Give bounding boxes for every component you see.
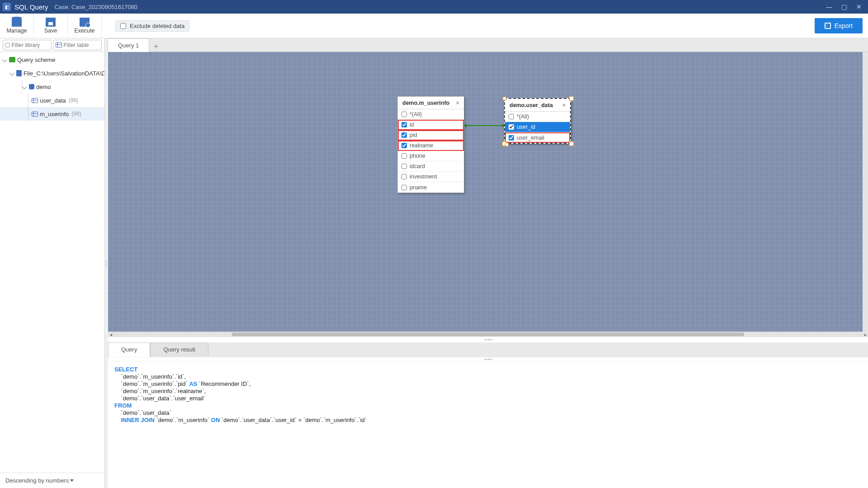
column-row[interactable]: idcard (398, 161, 464, 172)
column-row[interactable]: phone (398, 151, 464, 161)
tree-item-database[interactable]: demo (0, 80, 104, 94)
diagram-canvas-wrap: demo.m_userinfo × *(All)idpidrealnamepho… (108, 52, 868, 337)
tab-query-result[interactable]: Query result (150, 343, 208, 357)
minimize-icon[interactable]: — (826, 3, 832, 10)
sql-keyword: SELECT (114, 366, 137, 373)
case-label: Case: Case_202309051617080 (54, 4, 137, 10)
result-tabs: Query Query result (108, 343, 868, 357)
scrollbar-thumb[interactable] (232, 333, 744, 336)
scroll-right-icon[interactable]: ▸ (863, 332, 868, 337)
tab-query-1[interactable]: Query 1 (108, 38, 149, 52)
column-label: pid (410, 132, 417, 138)
sql-text: `demo`.`m_userinfo`.`realname`, (114, 388, 206, 394)
execute-icon (80, 18, 90, 27)
column-checkbox[interactable] (509, 114, 514, 119)
table-node-m_userinfo[interactable]: demo.m_userinfo × *(All)idpidrealnamepho… (397, 96, 464, 193)
save-button[interactable]: Save (34, 14, 68, 38)
sql-text: `demo`.`m_userinfo`.`id`, (114, 373, 186, 380)
column-row[interactable]: pname (398, 182, 464, 192)
table-node-header[interactable]: demo.user_data × (505, 99, 570, 112)
manage-label: Manage (6, 28, 27, 34)
sql-editor[interactable]: SELECT `demo`.`m_userinfo`.`id`, `demo`.… (108, 361, 868, 488)
column-checkbox[interactable] (401, 185, 407, 190)
main-toolbar: Manage Save Execute Exclude deleted data… (0, 14, 868, 38)
column-row[interactable]: user_email (505, 132, 570, 143)
horizontal-scrollbar[interactable]: ◂ ▸ (108, 332, 868, 337)
column-row[interactable]: *(All) (505, 112, 570, 122)
caret-down-icon (70, 479, 74, 482)
sql-keyword: INNER JOIN (121, 417, 154, 423)
table-name: m_userinfo (40, 111, 69, 117)
sidebar-resize-handle[interactable] (105, 38, 108, 488)
sql-text: `demo`.`user_data` (114, 409, 171, 416)
scheme-icon (9, 57, 15, 62)
column-checkbox[interactable] (401, 164, 407, 169)
column-row[interactable]: investment (398, 172, 464, 182)
execute-label: Execute (74, 28, 94, 34)
column-row[interactable]: user_id (505, 122, 570, 132)
column-checkbox[interactable] (401, 112, 407, 117)
close-icon[interactable]: × (456, 100, 459, 106)
column-label: user_email (517, 135, 544, 141)
execute-button[interactable]: Execute (68, 14, 102, 38)
sidebar-filter-row (0, 38, 104, 52)
table-icon (32, 112, 38, 117)
add-tab-button[interactable]: + (149, 42, 163, 52)
close-icon[interactable]: ✕ (856, 3, 862, 10)
vertical-scrollbar[interactable] (863, 52, 868, 332)
table-node-header[interactable]: demo.m_userinfo × (398, 97, 464, 109)
sidebar-sort-button[interactable]: Descending by numbers (0, 473, 104, 488)
grip-icon (484, 339, 492, 341)
tree-item-table[interactable]: m_userinfo (98) (0, 107, 104, 121)
schema-tree: Query scheme File_C:\Users\SalvationDATA… (0, 52, 104, 473)
table-node-user_data[interactable]: demo.user_data × *(All)user_iduser_email (504, 98, 571, 144)
tree-item-table[interactable]: user_data (98) (0, 94, 104, 107)
tree-item-scheme[interactable]: Query scheme (0, 53, 104, 66)
column-label: pname (410, 184, 427, 191)
column-row[interactable]: id (398, 120, 464, 130)
diagram-canvas[interactable]: demo.m_userinfo × *(All)idpidrealnamepho… (108, 52, 868, 337)
close-icon[interactable]: × (562, 102, 566, 108)
column-checkbox[interactable] (401, 153, 407, 159)
sql-keyword: FROM (114, 402, 132, 409)
column-checkbox[interactable] (509, 135, 514, 141)
column-checkbox[interactable] (401, 143, 407, 148)
save-icon (46, 18, 56, 27)
filter-table-input[interactable] (64, 42, 100, 48)
connector-line (466, 125, 503, 126)
column-label: realname (410, 142, 433, 149)
column-row[interactable]: pid (398, 130, 464, 141)
tree-item-file[interactable]: File_C:\Users\SalvationDATA\De... (0, 66, 104, 80)
sql-text: `demo`.`m_userinfo`.`pid` (114, 380, 189, 387)
filter-library-box[interactable] (3, 40, 52, 50)
manage-button[interactable]: Manage (0, 14, 34, 38)
column-checkbox[interactable] (509, 124, 514, 130)
maximize-icon[interactable]: ▢ (841, 3, 847, 10)
window-controls: — ▢ ✕ (826, 3, 865, 10)
sql-keyword: AS (189, 380, 197, 387)
column-label: id (410, 122, 414, 128)
exclude-deleted-toggle[interactable]: Exclude deleted data (115, 20, 189, 32)
filter-library-input[interactable] (12, 42, 49, 48)
column-row[interactable]: *(All) (398, 109, 464, 120)
result-resize-handle[interactable] (108, 357, 868, 361)
export-button[interactable]: Export (815, 18, 863, 33)
column-checkbox[interactable] (401, 174, 407, 179)
sql-text: `demo`.`user_data`.`user_id` = `demo`.`m… (220, 417, 367, 423)
tab-query[interactable]: Query (108, 343, 150, 357)
join-connector[interactable] (464, 124, 504, 127)
column-checkbox[interactable] (401, 132, 407, 138)
canvas-resize-handle[interactable] (108, 337, 868, 343)
column-label: *(All) (517, 113, 529, 120)
exclude-deleted-checkbox[interactable] (120, 23, 126, 29)
column-checkbox[interactable] (401, 122, 407, 127)
main-area: Query 1 + demo.m_userinfo × *(All)idpidr… (108, 38, 868, 488)
sql-text: `demo`.`m_userinfo` (155, 417, 211, 423)
filter-table-box[interactable] (53, 40, 102, 50)
sql-text: `Recommender ID`, (198, 380, 251, 387)
sort-label: Descending by numbers (5, 477, 69, 484)
chevron-down-icon (22, 84, 27, 89)
sidebar: Query scheme File_C:\Users\SalvationDATA… (0, 38, 105, 488)
scroll-left-icon[interactable]: ◂ (108, 332, 113, 337)
column-row[interactable]: realname (398, 141, 464, 151)
